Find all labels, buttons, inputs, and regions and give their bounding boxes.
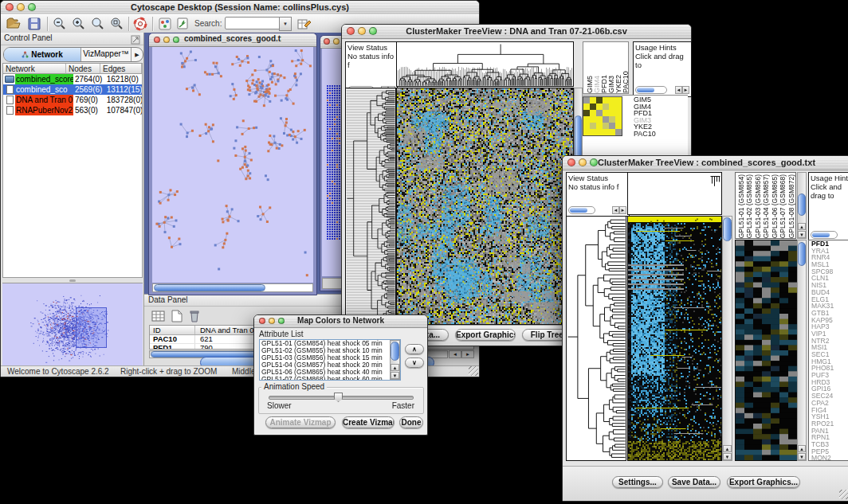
gene-label[interactable]: PAN1 xyxy=(811,428,848,435)
scroll-right-icon[interactable]: ► xyxy=(619,206,626,214)
main-title-bar[interactable]: Cytoscape Desktop (Session Name: collins… xyxy=(1,1,479,15)
heatmap-cell[interactable] xyxy=(603,129,609,135)
window-controls[interactable] xyxy=(259,318,285,324)
scrollbar-thumb[interactable] xyxy=(723,217,732,241)
scroll-up-icon[interactable]: ▲ xyxy=(798,445,806,452)
zoom-in-icon[interactable] xyxy=(70,16,87,32)
frame-title-bar[interactable]: combined_scores_good.txt--cluste... xyxy=(149,33,316,47)
open-session-icon[interactable] xyxy=(6,16,22,32)
heatmap-cell[interactable] xyxy=(583,104,590,110)
heatmap-cell[interactable] xyxy=(609,110,615,116)
scroll-left-icon[interactable]: ◄ xyxy=(675,86,682,94)
window-controls[interactable] xyxy=(567,158,598,166)
heatmap-cell[interactable] xyxy=(615,110,622,116)
gene-label[interactable]: FIG4 xyxy=(811,407,848,414)
heatmap-global-view[interactable] xyxy=(627,216,722,461)
save-session-icon[interactable] xyxy=(26,16,43,32)
gene-label[interactable]: ELG1 xyxy=(811,296,848,303)
heatmap-cell[interactable] xyxy=(596,104,603,110)
gene-label[interactable]: RPO21 xyxy=(811,420,848,428)
attribute-list-item[interactable]: GPL51-07 (GSM868) heat shock 60 min xyxy=(260,376,400,381)
gene-label[interactable]: HMG1 xyxy=(811,358,848,365)
heatmap-cell[interactable] xyxy=(596,110,603,116)
gene-label[interactable]: BUD4 xyxy=(811,289,848,296)
gene-label[interactable]: YSH1 xyxy=(811,413,848,420)
heatmap-cell[interactable] xyxy=(603,116,609,123)
scroll-down-icon[interactable]: ▼ xyxy=(798,231,806,238)
gene-label[interactable]: HRD3 xyxy=(811,379,848,386)
gene-label[interactable]: PEP5 xyxy=(811,448,848,455)
zoom-window-icon[interactable] xyxy=(173,37,179,43)
scroll-left-icon[interactable]: ◄ xyxy=(612,206,619,214)
resize-grip[interactable] xyxy=(839,490,848,499)
zoom-window-icon[interactable] xyxy=(278,318,285,324)
network-table-row[interactable]: RNAPuberNov2+563(0)107847(0) xyxy=(3,105,142,115)
gene-label[interactable]: CLN1 xyxy=(811,275,848,282)
column-dendrogram[interactable] xyxy=(627,172,722,215)
heatmap-cell[interactable] xyxy=(596,129,603,135)
animate-vizmap-button[interactable]: Animate Vizmap xyxy=(265,416,336,428)
gene-label[interactable]: PHO81 xyxy=(811,365,848,372)
heatmap-cell[interactable] xyxy=(603,97,609,104)
close-icon[interactable] xyxy=(6,3,14,11)
attribute-list[interactable]: GPL51-01 (GSM854) heat shock 05 minGPL51… xyxy=(259,339,401,381)
row-dendrogram[interactable] xyxy=(566,216,626,461)
heatmap-cell[interactable] xyxy=(590,104,596,110)
gene-label[interactable]: MAK31 xyxy=(811,303,848,310)
heatmap-cell[interactable] xyxy=(603,123,609,129)
scrollbar-thumb[interactable] xyxy=(391,342,399,361)
heatmap-cell[interactable] xyxy=(603,104,609,110)
column-dendrogram[interactable] xyxy=(396,41,574,87)
scrollbar-thumb[interactable] xyxy=(798,242,806,266)
search-input[interactable] xyxy=(225,17,281,29)
scroll-up-icon[interactable]: ▲ xyxy=(798,223,806,230)
delete-attribute-icon[interactable] xyxy=(186,309,203,325)
scrollbar-thumb[interactable] xyxy=(798,193,806,216)
frame-window-controls[interactable] xyxy=(154,37,179,43)
header-id[interactable]: ID xyxy=(150,326,195,334)
heatmap-cell[interactable] xyxy=(583,116,590,123)
scroll-down-icon[interactable]: ▼ xyxy=(391,372,399,379)
header-nodes[interactable]: Nodes xyxy=(66,64,100,74)
label-v-scrollbar[interactable]: ▲ ▼ xyxy=(797,172,807,239)
treeview-title-bar[interactable]: ClusterMaker TreeView : DNA and Tran 07-… xyxy=(342,25,691,39)
dialog-title-bar[interactable]: Map Colors to Network xyxy=(254,315,427,328)
minimize-icon[interactable] xyxy=(269,318,275,324)
close-icon[interactable] xyxy=(347,27,355,35)
zoom-window-icon[interactable] xyxy=(590,158,598,166)
gene-label[interactable]: RNR4 xyxy=(811,254,848,261)
gene-label[interactable]: PUF3 xyxy=(811,372,848,379)
minimize-icon[interactable] xyxy=(358,27,366,35)
gene-label[interactable]: HAP3 xyxy=(811,323,848,330)
scroll-up-icon[interactable]: ▲ xyxy=(723,445,732,452)
heatmap-cell[interactable] xyxy=(596,123,603,129)
heatmap-cell[interactable] xyxy=(615,97,622,104)
header-edges[interactable]: Edges xyxy=(100,64,142,74)
move-down-button[interactable]: ∨ xyxy=(405,357,424,368)
scroll-left-icon[interactable]: ◄ xyxy=(449,350,461,358)
heatmap-cell[interactable] xyxy=(609,123,615,129)
settings-button[interactable]: Settings... xyxy=(612,476,663,488)
scroll-right-icon[interactable]: ► xyxy=(461,350,474,358)
close-icon[interactable] xyxy=(154,37,160,43)
mini-h-scrollbar[interactable] xyxy=(635,86,667,94)
network-canvas[interactable] xyxy=(152,47,313,283)
heatmap-cell[interactable] xyxy=(609,116,615,123)
close-icon[interactable] xyxy=(567,158,575,166)
heatmap-cell[interactable] xyxy=(583,123,590,129)
create-attribute-icon[interactable] xyxy=(169,309,186,325)
zoom-v-scrollbar[interactable]: ▲ ▼ xyxy=(797,240,807,461)
splitter-handle[interactable] xyxy=(69,279,76,282)
network-table-row[interactable]: DNA and Tran 07769(0)183728(0) xyxy=(3,95,142,105)
scroll-right-icon[interactable]: ► xyxy=(682,86,689,94)
scrollbar-thumb[interactable] xyxy=(154,284,265,291)
zoom-selected-icon[interactable] xyxy=(108,16,125,32)
import-annotation-icon[interactable] xyxy=(175,16,191,32)
network-table-row[interactable]: combined_scores_2764(0)16218(0) xyxy=(3,74,142,84)
heatmap-cell[interactable] xyxy=(590,110,596,116)
scroll-down-icon[interactable]: ▼ xyxy=(798,453,806,460)
zoom-fit-icon[interactable] xyxy=(89,16,106,32)
gene-label[interactable]: SEC24 xyxy=(811,393,848,400)
heatmap-zoom-view[interactable] xyxy=(583,96,622,136)
done-button[interactable]: Done xyxy=(399,416,423,428)
